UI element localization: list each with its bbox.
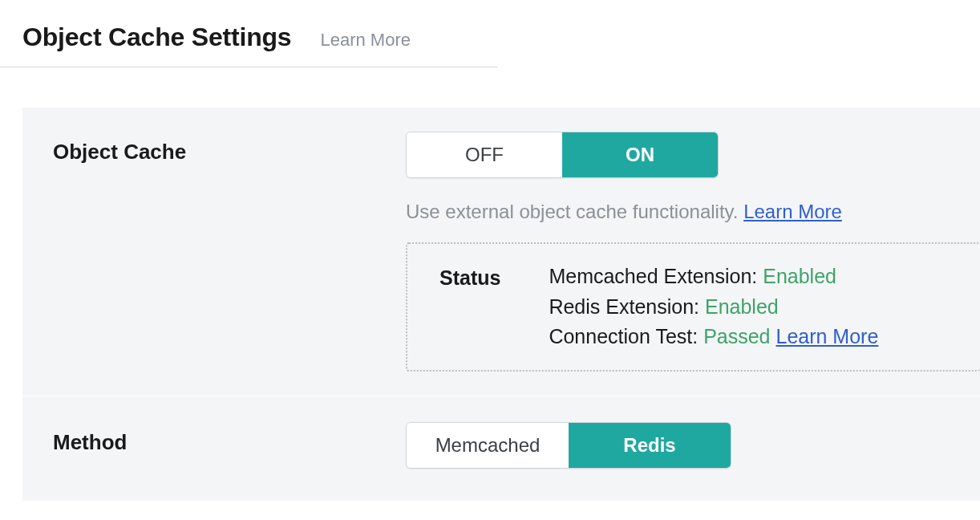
status-redis-label: Redis Extension: [549, 295, 699, 318]
status-lines: Memcached Extension: Enabled Redis Exten… [549, 262, 878, 352]
object-cache-on-button[interactable]: ON [562, 132, 718, 177]
method-memcached-button[interactable]: Memcached [407, 423, 569, 468]
status-redis-row: Redis Extension: Enabled [549, 292, 878, 323]
status-heading: Status [439, 262, 500, 290]
page-title: Object Cache Settings [22, 22, 291, 52]
status-redis-value: Enabled [705, 295, 779, 318]
object-cache-hint-text: Use external object cache functionality. [406, 201, 738, 222]
status-memcached-value: Enabled [763, 265, 836, 287]
method-redis-button[interactable]: Redis [569, 423, 731, 468]
status-connection-link[interactable]: Learn More [775, 325, 878, 347]
status-connection-label: Connection Test: [549, 325, 698, 347]
method-body: Memcached Redis [406, 422, 980, 469]
method-toggle: Memcached Redis [406, 422, 731, 469]
object-cache-body: OFF ON Use external object cache functio… [406, 132, 980, 372]
status-connection-row: Connection Test: Passed Learn More [549, 322, 878, 352]
status-memcached-label: Memcached Extension: [549, 265, 757, 287]
status-box: Status Memcached Extension: Enabled Redi… [406, 242, 980, 372]
object-cache-section: Object Cache OFF ON Use external object … [22, 108, 980, 396]
status-connection-value: Passed [703, 325, 770, 347]
header-learn-more-link[interactable]: Learn More [320, 30, 411, 51]
object-cache-hint-link[interactable]: Learn More [743, 201, 842, 222]
object-cache-off-button[interactable]: OFF [407, 132, 562, 177]
method-label: Method [53, 422, 406, 455]
object-cache-toggle: OFF ON [406, 132, 719, 178]
object-cache-label: Object Cache [53, 132, 406, 165]
page-header: Object Cache Settings Learn More [0, 0, 497, 67]
status-memcached-row: Memcached Extension: Enabled [549, 262, 878, 292]
settings-panel: Object Cache OFF ON Use external object … [22, 108, 980, 501]
object-cache-hint: Use external object cache functionality.… [406, 201, 980, 223]
method-section: Method Memcached Redis [22, 396, 980, 501]
